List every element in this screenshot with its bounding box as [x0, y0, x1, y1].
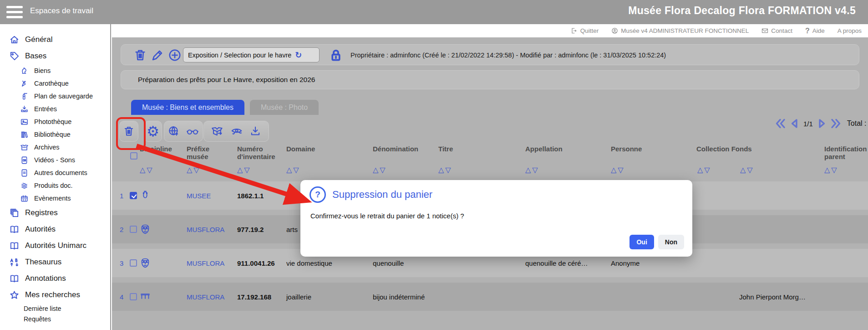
sidebar-item-plan-de-sauvegarde[interactable]: Plan de sauvegarde — [0, 90, 110, 103]
sidebar-item-archives[interactable]: Archives — [0, 141, 110, 154]
sidebar-item-entrees[interactable]: Entrées — [0, 103, 110, 115]
sidebar-item-bibliotheque[interactable]: Bibliothèque — [0, 128, 110, 141]
column-header-collection-fonds: Collection Fonds — [696, 145, 752, 153]
sidebar-item-autorites[interactable]: Autorités — [0, 221, 110, 237]
basket-selector-value: Exposition / Selection pour le havre — [188, 52, 291, 59]
table-row[interactable]: 4 MUSFLORA 17.192.168 joaillerie bijou i… — [112, 283, 868, 311]
sidebar-item-general[interactable]: Général — [0, 31, 110, 48]
last-page-icon[interactable] — [830, 119, 841, 129]
record-link[interactable]: MUSEE — [187, 181, 211, 210]
sort-personne-icon[interactable]: △▽ — [611, 165, 625, 174]
record-link[interactable]: MUSFLORA — [187, 215, 224, 243]
sidebar-item-autres-documents[interactable]: Autres documents — [0, 166, 110, 179]
row-checkbox[interactable] — [130, 259, 137, 267]
confirm-no-button[interactable]: Non — [658, 235, 684, 249]
column-header-identification-parent: Identification parent — [824, 145, 868, 160]
eye-of-horus-icon — [230, 125, 243, 137]
sort-collection-icon[interactable]: △▽ — [697, 165, 711, 174]
sort-domaine-icon[interactable]: △▽ — [286, 165, 300, 174]
question-circle-icon: ? — [310, 186, 326, 203]
total-label: Total : — [847, 119, 867, 128]
sort-titre-icon[interactable]: △▽ — [438, 165, 452, 174]
mask-icon — [140, 224, 151, 235]
sidebar-item-evenements[interactable]: Evènements — [0, 192, 110, 205]
sidebar-item-bases[interactable]: Bases — [0, 48, 110, 64]
tab-photo[interactable]: Musée : Photo — [250, 100, 319, 115]
basket-selector[interactable]: Exposition / Selection pour le havre ↻ — [183, 47, 320, 62]
sidebar-item-thesaurus[interactable]: Thesaurus — [0, 254, 110, 270]
sidebar-item-mes-recherches[interactable]: Mes recherches — [0, 287, 110, 303]
result-tabs: Musée : Biens et ensembles Musée : Photo — [131, 100, 319, 115]
previous-page-icon[interactable] — [789, 119, 800, 129]
main-content: Exposition / Selection pour le havre ↻ P… — [112, 37, 868, 330]
inventory-number: 911.0041.26 — [237, 249, 275, 277]
fire-extinguisher-icon — [20, 92, 29, 101]
edit-basket-icon[interactable] — [151, 48, 164, 62]
sidebar-item-carotheque[interactable]: Carothèque — [0, 77, 110, 90]
sidebar-item-registres[interactable]: Registres — [0, 205, 110, 221]
sidebar-item-requetes[interactable]: Requêtes — [0, 314, 110, 324]
record-link[interactable]: MUSFLORA — [187, 249, 224, 277]
photo-icon — [20, 118, 29, 126]
denomination-value: bijou indéterminé — [373, 283, 425, 311]
refresh-icon[interactable]: ↻ — [295, 51, 302, 59]
basket-toolbar: Exposition / Selection pour le havre ↻ P… — [121, 44, 859, 65]
open-book-icon — [9, 224, 20, 235]
delete-basket-icon[interactable] — [133, 48, 147, 62]
quit-button[interactable]: Quitter — [571, 27, 599, 34]
books-icon — [20, 130, 29, 139]
sidebar-item-produits-doc[interactable]: Produits doc. — [0, 179, 110, 192]
sort-fonds-icon[interactable]: △▽ — [740, 165, 754, 174]
confirm-yes-button[interactable]: Oui — [629, 235, 654, 249]
sidebar-item-biens[interactable]: Biens — [0, 64, 110, 77]
column-header-denomination: Dénomination — [373, 145, 418, 153]
sort-prefixe-icon[interactable]: △▽ — [187, 165, 201, 174]
select-all-checkbox[interactable] — [130, 152, 137, 160]
dialog-message: Confirmez-vous le retrait du panier de 1… — [310, 212, 464, 220]
menu-icon[interactable] — [6, 6, 23, 18]
contact-button[interactable]: Contact — [761, 27, 792, 34]
lock-icon — [328, 47, 344, 63]
exit-icon — [571, 27, 578, 34]
column-header-appellation: Appellation — [525, 145, 563, 153]
delete-confirmation-dialog: ? Suppression du panier Confirmez-vous l… — [300, 180, 692, 257]
record-link[interactable]: MUSFLORA — [187, 283, 224, 311]
inventory-number: 17.192.168 — [237, 283, 271, 311]
sidebar-item-phototheque[interactable]: Photothèque — [0, 115, 110, 128]
sort-discipline-icon[interactable]: △▽ — [140, 165, 154, 174]
top-bar: Espaces de travail Musée Flora Decalog F… — [0, 0, 868, 24]
sort-appellation-icon[interactable]: △▽ — [525, 165, 539, 174]
sort-denomination-icon[interactable]: △▽ — [373, 165, 387, 174]
inventory-number: 977.19.2 — [237, 215, 264, 243]
sidebar-item-derniere-liste[interactable]: Dernière liste — [0, 303, 110, 314]
about-button[interactable]: A propos — [838, 27, 862, 34]
row-number: 2 — [120, 215, 123, 243]
help-button[interactable]: ?Aide — [805, 27, 825, 35]
add-basket-icon[interactable] — [168, 48, 182, 62]
trash-icon — [123, 125, 135, 137]
app-title: Musée Flora Decalog Flora FORMATION v4.5 — [628, 5, 856, 17]
row-checkbox[interactable] — [130, 192, 137, 199]
sidebar-item-videos-sons[interactable]: Vidéos - Sons — [0, 154, 110, 166]
export-tools-button-group[interactable] — [203, 121, 269, 142]
first-page-icon[interactable] — [775, 119, 786, 129]
settings-button[interactable]: ⚙ — [144, 121, 162, 142]
sidebar-item-annotations[interactable]: Annotations — [0, 270, 110, 287]
remove-from-basket-button[interactable] — [119, 121, 138, 142]
sort-numero-icon[interactable]: △▽ — [237, 165, 251, 174]
row-checkbox[interactable] — [130, 293, 137, 300]
column-header-prefixe-musee: Préfixe musée — [187, 145, 223, 160]
gear-icon: ⚙ — [147, 124, 159, 139]
question-mark-icon: ? — [805, 27, 810, 35]
sidebar-item-autorites-unimarc[interactable]: Autorités Unimarc — [0, 237, 110, 254]
column-header-discipline: Discipline — [140, 145, 172, 153]
sidebar: Général Bases Biens Carothèque Plan de s… — [0, 24, 111, 330]
next-page-icon[interactable] — [816, 119, 827, 129]
sort-identification-icon[interactable]: △▽ — [824, 165, 838, 174]
tab-biens-et-ensembles[interactable]: Musée : Biens et ensembles — [131, 100, 244, 115]
home-icon — [9, 35, 20, 45]
row-checkbox[interactable] — [130, 226, 137, 233]
current-user[interactable]: Musée v4 ADMINISTRATEUR FONCTIONNEL — [611, 27, 749, 34]
tag-icon — [9, 51, 20, 62]
publish-view-button-group[interactable] — [164, 121, 203, 142]
